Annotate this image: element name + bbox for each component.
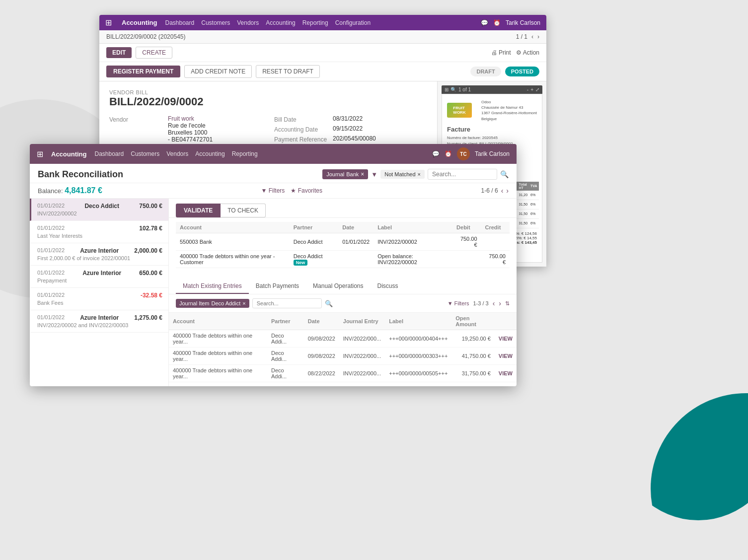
tx-amount: 1,275.00 € xyxy=(134,314,162,321)
journal-search-icon[interactable]: 🔍 xyxy=(325,300,333,307)
col-date: Date xyxy=(338,222,374,233)
filter-funnel-icon: ▼ xyxy=(448,300,453,306)
nav-accounting-front[interactable]: Accounting xyxy=(195,150,224,157)
vendor-link[interactable]: Fruit work xyxy=(168,115,213,122)
journal-search-input[interactable] xyxy=(252,298,322,308)
bg-decoration-right xyxy=(619,361,748,520)
bottom-tabs: Match Existing Entries Batch Payments Ma… xyxy=(169,279,517,294)
funnel-icon: ▼ xyxy=(371,171,377,178)
tx-item[interactable]: 01/01/2022 Azure Interior 1,275.00 € INV… xyxy=(30,310,168,333)
nav-customers-front[interactable]: Customers xyxy=(131,150,159,157)
journal-prev-btn[interactable]: ‹ xyxy=(493,299,495,307)
match-account: 400000 Trade debtors within one year... xyxy=(169,348,267,365)
bill-header-bar: BILL/2022/09/0002 (2020545) 1 / 1 ‹ › xyxy=(99,30,546,44)
match-entries-table: Account Partner Date Journal Entry Label… xyxy=(169,313,517,382)
chat-icon[interactable]: 💬 xyxy=(481,19,488,26)
reset-draft-button[interactable]: RESET TO DRAFT xyxy=(256,65,320,78)
view-link[interactable]: VIEW xyxy=(499,336,513,342)
zoom-minus-icon[interactable]: - xyxy=(527,87,528,92)
tab-manual-operations[interactable]: Manual Operations xyxy=(306,279,370,294)
add-credit-button[interactable]: ADD CREDIT NOTE xyxy=(184,65,252,78)
sort-icon[interactable]: ⇅ xyxy=(505,300,510,307)
tx-item[interactable]: 01/01/2022 -32.58 € Bank Fees xyxy=(30,288,168,310)
nav-vendors-front[interactable]: Vendors xyxy=(166,150,188,157)
nav-reporting-front[interactable]: Reporting xyxy=(232,150,258,157)
bill-date-field: Bill Date 08/31/2022 xyxy=(274,115,427,123)
journal-item-label: Journal Item xyxy=(179,300,210,306)
nav-reporting-back[interactable]: Reporting xyxy=(302,19,328,26)
tx-date: 01/01/2022 xyxy=(37,292,65,299)
action-icon: ⚙ xyxy=(516,49,522,56)
tx-desc: Prepayment xyxy=(37,278,162,283)
balance-amount: 4,841.87 € xyxy=(65,186,102,195)
right-icons-front: 💬 ⏰ TC Tarik Carlson xyxy=(432,147,510,160)
page-header: Bank Reconciliation Journal Bank × ▼ Not… xyxy=(30,164,517,183)
cell-partner: Deco Addict New xyxy=(290,251,338,268)
nav-vendors-back[interactable]: Vendors xyxy=(237,19,259,26)
search-input[interactable] xyxy=(428,169,497,180)
right-icons-back: 💬 ⏰ Tarik Carlson xyxy=(481,19,540,26)
next-page-btn[interactable]: › xyxy=(506,187,509,195)
match-col-date: Date xyxy=(304,313,339,330)
tx-name: Azure Interior xyxy=(82,270,121,277)
tab-discuss[interactable]: Discuss xyxy=(370,279,405,294)
col-debit: Debit xyxy=(452,222,481,233)
validate-button[interactable]: VALIDATE xyxy=(176,204,221,217)
prev-icon-back[interactable]: ‹ xyxy=(531,33,533,40)
print-button[interactable]: 🖨 Print xyxy=(491,49,511,56)
edit-button[interactable]: EDIT xyxy=(106,47,132,58)
nav-configuration-back[interactable]: Configuration xyxy=(335,19,371,26)
vendor-address1: Rue de l'ecole xyxy=(168,122,213,129)
search-button[interactable]: 🔍 xyxy=(500,170,509,178)
tx-desc: First 2,000.00 € of invoice 2022/00001 xyxy=(37,255,162,261)
journal-filter-close[interactable]: × xyxy=(361,171,364,178)
clock-icon-front[interactable]: ⏰ xyxy=(445,150,452,157)
filters-link[interactable]: ▼ Filters xyxy=(261,187,285,194)
tab-batch-payments[interactable]: Batch Payments xyxy=(249,279,306,294)
register-payment-button[interactable]: REGISTER PAYMENT xyxy=(106,66,180,77)
nav-back: Dashboard Customers Vendors Accounting R… xyxy=(165,19,371,26)
match-partner: Deco Addi... xyxy=(267,365,304,382)
bill-header-right: 1 / 1 ‹ › xyxy=(516,33,539,40)
filters-button[interactable]: ▼ Filters xyxy=(448,300,469,306)
tx-item[interactable]: 01/01/2022 Azure Interior 2,000.00 € Fir… xyxy=(30,243,168,266)
journal-item-tag-close[interactable]: × xyxy=(242,300,245,306)
to-check-button[interactable]: TO CHECK xyxy=(221,204,266,217)
prev-page-btn[interactable]: ‹ xyxy=(501,187,504,195)
clock-icon[interactable]: ⏰ xyxy=(493,19,501,26)
nav-dashboard-front[interactable]: Dashboard xyxy=(95,150,124,157)
tx-desc: Bank Fees xyxy=(37,300,162,306)
tx-item[interactable]: 01/01/2022 Azure Interior 650.00 € Prepa… xyxy=(30,266,168,288)
nav-dashboard-back[interactable]: Dashboard xyxy=(165,19,195,26)
create-button[interactable]: CREATE xyxy=(136,47,172,59)
status-filter-close[interactable]: × xyxy=(418,171,421,177)
chat-icon-front[interactable]: 💬 xyxy=(432,150,440,157)
match-col-journal-entry: Journal Entry xyxy=(339,313,385,330)
prev-page-icon[interactable]: ⊞ xyxy=(445,87,449,92)
vendor-field: Vendor Fruit work Rue de l'ecole Bruxell… xyxy=(109,115,262,143)
col-account: Account xyxy=(176,222,290,233)
view-link[interactable]: VIEW xyxy=(499,353,513,359)
match-col-action xyxy=(495,313,517,330)
search-preview-icon[interactable]: 🔍 xyxy=(450,87,456,92)
transaction-list: 01/01/2022 Deco Addict 750.00 € INV/2022… xyxy=(30,199,169,386)
tx-item[interactable]: 01/01/2022 Deco Addict 750.00 € INV/2022… xyxy=(30,199,168,221)
favorites-link[interactable]: ★ Favorites xyxy=(291,187,322,194)
view-link[interactable]: VIEW xyxy=(499,370,513,376)
expand-icon[interactable]: ⤢ xyxy=(535,87,539,92)
journal-next-btn[interactable]: › xyxy=(499,299,501,307)
topbar-front: ⊞ Accounting Dashboard Customers Vendors… xyxy=(30,144,517,164)
match-account: 400000 Trade debtors within one year... xyxy=(169,365,267,382)
zoom-plus-icon[interactable]: + xyxy=(530,87,533,92)
tab-match-existing[interactable]: Match Existing Entries xyxy=(176,279,249,294)
pay-ref-field: Payment Reference 202/0545/00080 xyxy=(274,135,427,143)
nav-customers-back[interactable]: Customers xyxy=(201,19,230,26)
tx-amount: -32.58 € xyxy=(141,292,162,299)
nav-accounting-back[interactable]: Accounting xyxy=(266,19,295,26)
action-button[interactable]: ⚙ Action xyxy=(516,49,539,56)
tx-item[interactable]: 01/01/2022 102.78 € Last Year Interests xyxy=(30,221,168,243)
app-logo-back: ⊞ xyxy=(105,18,112,27)
status-posted: POSTED xyxy=(505,67,539,76)
reconciliation-panel: VALIDATE TO CHECK Account Partner Date L… xyxy=(169,199,517,386)
next-icon-back[interactable]: › xyxy=(537,33,539,40)
